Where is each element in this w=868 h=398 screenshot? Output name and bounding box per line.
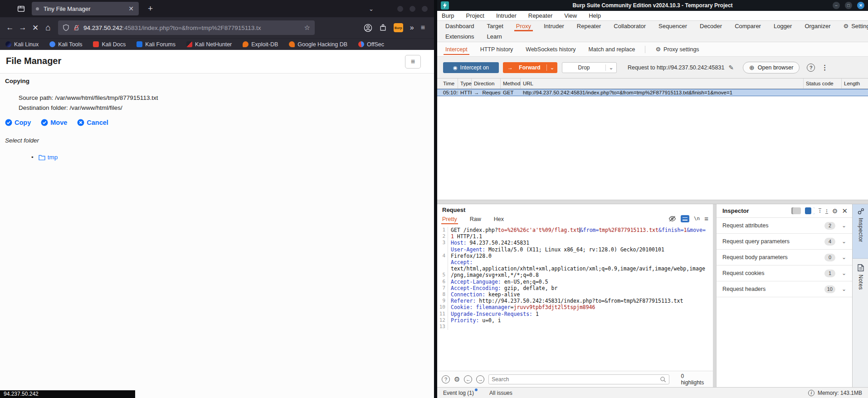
tab-repeater[interactable]: Repeater bbox=[571, 21, 607, 31]
col-length[interactable]: Length bbox=[842, 79, 868, 88]
collapse-all-icon[interactable]: ↕ bbox=[819, 208, 821, 214]
tab-extensions[interactable]: Extensions bbox=[439, 31, 481, 42]
intercept-toggle-button[interactable]: ◉ Intercept on bbox=[443, 62, 499, 73]
editor-line[interactable]: 11Upgrade-Insecure-Requests: 1 bbox=[437, 311, 713, 317]
request-editor[interactable]: 1GET /index.php?to=%26%26c'a't%09/flag.t… bbox=[437, 225, 713, 371]
edit-pencil-icon[interactable]: ✎ bbox=[728, 64, 734, 71]
expand-all-icon[interactable]: ↕ bbox=[825, 208, 828, 214]
editor-line[interactable]: 1GET /index.php?to=%26%26c'a't%09/flag.t… bbox=[437, 227, 713, 233]
editor-settings-gear-icon[interactable]: ⚙ bbox=[454, 375, 460, 383]
stop-button[interactable]: ✕ bbox=[29, 21, 42, 34]
menu-view[interactable]: View bbox=[564, 12, 577, 19]
prev-match-icon[interactable]: ← bbox=[464, 375, 472, 383]
tab-intruder[interactable]: Intruder bbox=[537, 21, 571, 31]
drop-button[interactable]: Drop ⌄ bbox=[562, 62, 617, 73]
menu-intruder[interactable]: Intruder bbox=[496, 12, 517, 19]
tab-settings[interactable]: ⚙ Settings bbox=[837, 21, 868, 31]
folder-link[interactable]: tmp bbox=[48, 154, 58, 161]
side-tab-inspector[interactable]: Inspector bbox=[853, 204, 868, 259]
col-url[interactable]: URL bbox=[521, 79, 804, 88]
col-time[interactable]: Time bbox=[437, 79, 458, 88]
forward-dropdown-chevron[interactable]: ⌄ bbox=[546, 64, 557, 71]
subtab-http-history[interactable]: HTTP history bbox=[474, 42, 520, 56]
inspector-settings-gear-icon[interactable]: ⚙ bbox=[832, 207, 838, 215]
overflow-menu-icon[interactable]: » bbox=[410, 24, 414, 32]
col-type[interactable]: Type bbox=[458, 79, 472, 88]
tab-target[interactable]: Target bbox=[481, 21, 510, 31]
layout-single-column-icon[interactable] bbox=[791, 207, 801, 214]
bookmark-kali-tools[interactable]: Kali Tools bbox=[49, 41, 82, 48]
inspector-close-icon[interactable]: ✕ bbox=[842, 207, 848, 215]
bookmark-offsec[interactable]: OffSec bbox=[358, 41, 384, 48]
bookmark-kali-forums[interactable]: Kali Forums bbox=[137, 41, 176, 48]
bookmark-star-icon[interactable]: ☆ bbox=[304, 24, 310, 32]
pretty-print-toggle-icon[interactable] bbox=[681, 215, 689, 222]
editor-search-box[interactable] bbox=[488, 374, 669, 384]
col-direction[interactable]: Direction bbox=[472, 79, 501, 88]
menu-repeater[interactable]: Repeater bbox=[528, 12, 552, 19]
cancel-link[interactable]: Cancel bbox=[77, 119, 108, 126]
editor-line[interactable]: 12Priority: u=0, i bbox=[437, 317, 713, 324]
editor-line[interactable]: 6Accept-Language: en-US,en;q=0.5 bbox=[437, 279, 713, 285]
chevron-down-icon[interactable]: ⌄ bbox=[842, 254, 846, 260]
tab-close-icon[interactable]: ✕ bbox=[127, 5, 135, 12]
copy-link[interactable]: Copy bbox=[5, 119, 31, 126]
editor-line[interactable]: 9Referer: http://94.237.50.242:45831/ind… bbox=[437, 298, 713, 304]
insecure-lock-icon[interactable] bbox=[73, 24, 80, 31]
menu-burp[interactable]: Burp bbox=[442, 12, 454, 19]
shield-icon[interactable] bbox=[63, 24, 69, 31]
bookmark-kali-nethunter[interactable]: Kali NetHunter bbox=[186, 41, 232, 48]
editor-line[interactable]: Accept: bbox=[437, 259, 713, 265]
burp-extension-icon[interactable]: Burp bbox=[394, 23, 403, 32]
bookmark-exploit-db[interactable]: Exploit-DB bbox=[243, 41, 278, 48]
move-link[interactable]: Move bbox=[41, 119, 67, 126]
inspector-row-body-parameters[interactable]: Request body parameters 0 ⌄ bbox=[717, 250, 852, 265]
forward-button[interactable]: → bbox=[16, 21, 29, 34]
table-row-selected[interactable]: 05:10:5... HTTP →Request GET http://94.2… bbox=[437, 89, 868, 96]
tab-pretty[interactable]: Pretty bbox=[442, 216, 457, 224]
inspector-row-request-attributes[interactable]: Request attributes 2 ⌄ bbox=[717, 218, 852, 234]
tab-sequencer[interactable]: Sequencer bbox=[652, 21, 693, 31]
chevron-down-icon[interactable]: ⌄ bbox=[842, 222, 846, 229]
app-menu-icon[interactable]: ≡ bbox=[421, 24, 425, 32]
editor-search-input[interactable] bbox=[492, 376, 660, 383]
bookmark-kali-linux[interactable]: Kali Linux bbox=[5, 41, 39, 48]
subtab-intercept[interactable]: Intercept bbox=[439, 42, 474, 56]
tab-proxy[interactable]: Proxy bbox=[510, 21, 537, 31]
menu-project[interactable]: Project bbox=[466, 12, 484, 19]
drop-dropdown-chevron[interactable]: ⌄ bbox=[605, 64, 616, 71]
burp-close-button[interactable]: ✕ bbox=[857, 2, 864, 9]
editor-menu-icon[interactable]: ≡ bbox=[704, 215, 708, 222]
home-button[interactable]: ⌂ bbox=[42, 21, 54, 34]
browser-close-button[interactable] bbox=[422, 6, 428, 12]
chevron-down-icon[interactable]: ⌄ bbox=[842, 286, 846, 292]
forward-button[interactable]: → Forward ⌄ bbox=[503, 62, 557, 73]
browser-minimize-button[interactable] bbox=[397, 6, 403, 12]
tab-learn[interactable]: Learn bbox=[481, 31, 508, 42]
info-icon[interactable]: i bbox=[808, 390, 814, 396]
hide-nonprintable-eye-icon[interactable] bbox=[668, 216, 676, 222]
bookmark-kali-docs[interactable]: Kali Docs bbox=[93, 41, 126, 48]
chevron-down-icon[interactable]: ⌄ bbox=[842, 238, 846, 245]
tab-dashboard[interactable]: Dashboard bbox=[439, 21, 481, 31]
editor-line[interactable]: 8Connection: keep-alive bbox=[437, 291, 713, 298]
page-menu-button[interactable]: ≡ bbox=[405, 55, 421, 69]
chevron-down-icon[interactable]: ⌄ bbox=[842, 270, 846, 276]
more-options-icon[interactable]: ⋮ bbox=[821, 64, 828, 72]
folder-list-item[interactable]: • tmp bbox=[31, 154, 58, 161]
tab-collaborator[interactable]: Collaborator bbox=[607, 21, 652, 31]
sidebar-toggle-icon[interactable] bbox=[15, 3, 26, 14]
tab-hex[interactable]: Hex bbox=[494, 216, 504, 224]
event-log-link[interactable]: Event log (1) bbox=[443, 390, 478, 396]
subtab-websockets-history[interactable]: WebSockets history bbox=[519, 42, 582, 56]
bookmark-google-hacking-db[interactable]: Google Hacking DB bbox=[289, 41, 347, 48]
tab-raw[interactable]: Raw bbox=[470, 216, 481, 224]
editor-line[interactable]: text/html,application/xhtml+xml,applicat… bbox=[437, 265, 713, 272]
new-tab-button[interactable]: + bbox=[145, 4, 156, 14]
editor-line[interactable]: 3Host: 94.237.50.242:45831 bbox=[437, 240, 713, 246]
editor-help-icon[interactable]: ? bbox=[442, 375, 450, 383]
tab-logger[interactable]: Logger bbox=[767, 21, 798, 31]
list-all-tabs-icon[interactable]: ⌄ bbox=[369, 5, 374, 12]
editor-line[interactable]: 4Firefox/128.0 bbox=[437, 253, 713, 259]
col-method[interactable]: Method bbox=[501, 79, 521, 88]
